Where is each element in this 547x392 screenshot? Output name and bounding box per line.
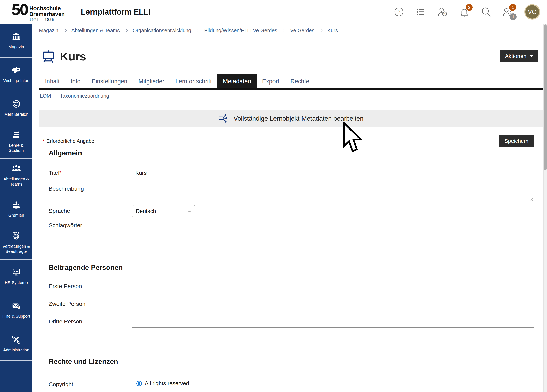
smiley-icon	[12, 99, 21, 109]
sidebar-filler	[0, 361, 33, 392]
chevron-right-icon	[319, 29, 322, 32]
user-status-icon[interactable]: !	[437, 7, 448, 17]
page-title-row: Kurs Aktionen	[41, 44, 538, 68]
section-heading-rechte: Rechte und Lizenzen	[49, 358, 543, 365]
committee-icon	[12, 200, 21, 210]
help-icon[interactable]: ?	[394, 7, 404, 17]
bell-icon[interactable]: 2	[459, 7, 469, 17]
bank-icon	[12, 32, 21, 42]
contacts-badge-bottom: 1	[510, 13, 517, 20]
copyright-radio-row: All rights reserved	[136, 379, 534, 387]
save-button[interactable]: Speichern	[499, 135, 534, 147]
sidebar-item-vertretungen-beauftragte[interactable]: Vertretungen & Beauftragte	[0, 226, 33, 260]
header-actions: ? ! 2 1 1 VG	[394, 4, 540, 20]
sidebar-item-gremien[interactable]: Gremien	[0, 192, 33, 226]
required-marker: *	[43, 138, 45, 144]
sidebar-item-label: HS-Systeme	[5, 280, 28, 285]
vertical-scrollbar-track[interactable]	[543, 24, 547, 392]
required-marker: *	[59, 170, 62, 176]
tab-mitglieder[interactable]: Mitglieder	[133, 74, 170, 88]
dritte-person-input[interactable]	[132, 316, 534, 328]
tab-lernfortschritt[interactable]: Lernfortschritt	[170, 74, 217, 88]
breadcrumb-item-magazin[interactable]: Magazin	[39, 27, 59, 34]
svg-text:?: ?	[397, 9, 400, 15]
form-row-titel: Titel*	[49, 167, 534, 179]
svg-text:?: ?	[18, 306, 20, 309]
sprache-select[interactable]: Deutsch	[132, 205, 195, 217]
list-icon[interactable]	[416, 7, 426, 17]
tab-inhalt[interactable]: Inhalt	[39, 74, 65, 88]
sidebar-item-label: Hilfe & Support	[2, 314, 30, 319]
university-logo[interactable]: 50 Hochschule Bremerhaven 1975 – 2025	[12, 2, 65, 22]
sidebar-item-label: Mein Bereich	[4, 112, 28, 117]
tab-rechte[interactable]: Rechte	[285, 74, 315, 88]
form-row-sprache: Sprache Deutsch	[49, 205, 534, 217]
titel-input[interactable]	[132, 167, 534, 179]
sidebar-item-hs-systeme[interactable]: HS-Systeme	[0, 260, 33, 293]
tab-export[interactable]: Export	[257, 74, 285, 88]
logo-name-line2: Bremerhaven	[29, 11, 65, 17]
titel-label: Titel*	[49, 167, 132, 176]
zweite-person-label: Zweite Person	[49, 298, 132, 307]
avatar[interactable]: VG	[524, 4, 540, 20]
beschreibung-textarea[interactable]	[132, 183, 534, 201]
tab-metadaten[interactable]: Metadaten	[217, 74, 256, 88]
tab-einstellungen[interactable]: Einstellungen	[86, 74, 133, 88]
contacts-badge-top: 1	[509, 4, 516, 11]
metadata-nodes-icon	[219, 113, 229, 124]
vertical-scrollbar-thumb[interactable]	[544, 24, 547, 170]
sidebar-item-label: Gremien	[8, 213, 24, 218]
sidebar-item-wichtige-infos[interactable]: Wichtige Infos	[0, 58, 33, 91]
chevron-down-icon	[187, 210, 191, 212]
tab-info[interactable]: Info	[65, 74, 86, 88]
subtab-taxonomiezuordnung[interactable]: Taxonomiezuordnung	[60, 93, 109, 100]
chevron-right-icon	[282, 29, 285, 32]
edit-full-metadata-link[interactable]: Vollständige Lernobjekt-Metadaten bearbe…	[39, 110, 543, 128]
breadcrumb: Magazin Abteilungen & Teams Organisation…	[33, 24, 543, 37]
actions-button[interactable]: Aktionen	[500, 50, 538, 62]
banner-label: Vollständige Lernobjekt-Metadaten bearbe…	[234, 115, 364, 122]
sidebar-item-hilfe-support[interactable]: ? Hilfe & Support	[0, 293, 33, 327]
top-header: 50 Hochschule Bremerhaven 1975 – 2025 Le…	[0, 0, 547, 24]
form-row-erste-person: Erste Person	[49, 281, 534, 292]
form-toolbar: * Erforderliche Angabe Speichern	[43, 135, 534, 147]
sidebar-item-abteilungen-teams[interactable]: Abteilungen & Teams	[0, 159, 33, 192]
breadcrumb-item-kurs[interactable]: Kurs	[327, 27, 338, 34]
breadcrumb-item-abteilungen-teams[interactable]: Abteilungen & Teams	[71, 27, 120, 34]
sidebar-item-label: Lehre & Studium	[1, 143, 31, 153]
zweite-person-input[interactable]	[132, 298, 534, 310]
app-title: Lernplattform ELLI	[81, 7, 150, 16]
chevron-right-icon	[125, 29, 128, 32]
schlagwoerter-label: Schlagwörter	[49, 220, 132, 229]
globe-people-icon	[12, 231, 21, 241]
chevron-right-icon	[196, 29, 199, 32]
breadcrumb-item-bildung-wissen[interactable]: Bildung/Wissen/ELLI Ve Gerdes	[204, 27, 277, 34]
monitor-password-icon	[12, 267, 21, 278]
sidebar-item-magazin[interactable]: Magazin	[0, 24, 33, 58]
sidebar-item-mein-bereich[interactable]: Mein Bereich	[0, 91, 33, 125]
copyright-radio-selected[interactable]	[136, 381, 142, 386]
form-row-beschreibung: Beschreibung	[49, 183, 534, 202]
breadcrumb-item-organisationsentwicklung[interactable]: Organisationsentwicklung	[133, 27, 191, 34]
svg-text:!: !	[444, 12, 445, 16]
subtab-lom[interactable]: LOM	[40, 93, 51, 100]
sidebar-item-label: Abteilungen & Teams	[1, 176, 31, 187]
contacts-icon[interactable]: 1 1	[503, 7, 513, 17]
form-row-dritte-person: Dritte Person	[49, 316, 534, 328]
mail-question-icon: ?	[12, 301, 21, 311]
avatar-initials: VG	[528, 8, 537, 15]
books-icon	[12, 130, 21, 140]
sidebar-item-lehre-studium[interactable]: Lehre & Studium	[0, 125, 33, 159]
section-heading-allgemein: Allgemein	[49, 149, 543, 157]
sidebar-item-label: Vertretungen & Beauftragte	[1, 244, 31, 254]
sidebar-item-label: Magazin	[8, 44, 24, 49]
course-board-icon	[41, 49, 55, 63]
form-row-copyright: Copyright All rights reserved	[49, 379, 534, 388]
erste-person-input[interactable]	[132, 281, 534, 292]
dritte-person-label: Dritte Person	[49, 316, 132, 325]
sidebar-item-administration[interactable]: Administration	[0, 327, 33, 361]
chevron-right-icon	[63, 29, 67, 32]
search-icon[interactable]	[481, 7, 491, 17]
breadcrumb-item-ve-gerdes[interactable]: Ve Gerdes	[290, 27, 314, 34]
schlagwoerter-input[interactable]	[132, 220, 534, 235]
